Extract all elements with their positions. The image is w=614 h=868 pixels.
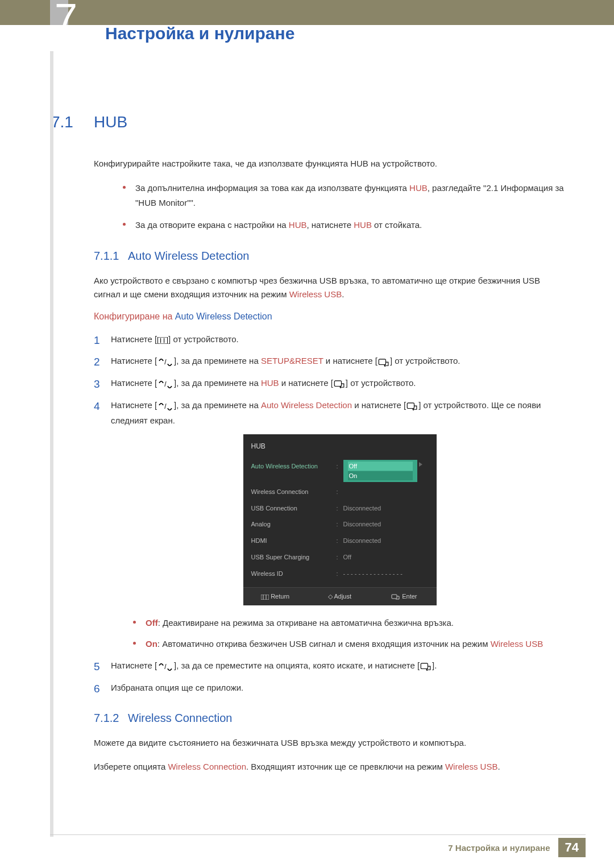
osd-panel: HUB Auto Wireless Detection : Off On Wir… (243, 434, 437, 605)
osd-value: Disconnected (343, 519, 429, 530)
footer-chapter-label: 7 Настройка и нулиране (448, 843, 550, 853)
chapter-number: 7 (55, 0, 77, 37)
text: Натиснете [ (111, 661, 157, 670)
osd-label: Analog (251, 519, 337, 530)
on-bold: On (146, 639, 157, 649)
section-bullets: За допълнителна информация за това как д… (119, 181, 569, 232)
step-3: Натиснете [], за да преминете на HUB и н… (94, 376, 569, 391)
bullet-item: За допълнителна информация за това как д… (119, 181, 569, 210)
text: . Входящият източник ще се превключи на … (246, 762, 445, 771)
osd-footer-label: Adjust (334, 593, 351, 600)
updown-icon (157, 398, 173, 413)
step-2: Натиснете [], за да преминете на SETUP&R… (94, 354, 569, 369)
osd-return: Return (243, 588, 308, 605)
osd-sep: : (337, 503, 343, 514)
osd-row: HDMI:Disconnected (251, 533, 429, 549)
text: ], за да преминете на (174, 356, 261, 366)
text: . (342, 289, 344, 299)
text: , натиснете (306, 220, 354, 230)
text: ] от устройството. (168, 334, 239, 344)
menu-icon (261, 595, 269, 600)
subsection-title: Auto Wireless Detection (128, 250, 249, 263)
osd-label: Auto Wireless Detection (251, 461, 337, 481)
enter-icon (391, 594, 400, 600)
osd-sep: : (337, 535, 343, 546)
osd-row: USB Connection:Disconnected (251, 500, 429, 517)
text: и натиснете [ (279, 378, 333, 388)
text: Натиснете [ (111, 356, 157, 366)
section-intro: Конфигурирайте настройките така, че да и… (94, 157, 569, 171)
svg-rect-9 (392, 595, 397, 599)
osd-dropdown: Off On (343, 460, 417, 483)
osd-value: - - - - - - - - - - - - - - - - (343, 568, 429, 579)
text: и натиснете [ (352, 400, 406, 410)
subsection-heading-712: 7.1.2 Wireless Connection (94, 712, 586, 725)
osd-label: USB Connection (251, 503, 337, 514)
hub-red: HUB (289, 220, 307, 230)
osd-sep: : (337, 552, 343, 563)
chapter-header-bar (0, 0, 614, 25)
osd-sep: : (337, 568, 343, 579)
osd-label: USB Super Charging (251, 552, 337, 563)
section-title: HUB (94, 113, 127, 131)
menu-icon (157, 333, 168, 347)
text: Натиснете [ (111, 334, 157, 344)
osd-row-auto-wireless: Auto Wireless Detection : Off On (251, 458, 429, 484)
section-number: 7.1 (51, 113, 94, 131)
text: За да отворите екрана с настройки на (135, 220, 289, 230)
svg-rect-6 (261, 595, 269, 600)
text: Натиснете [ (111, 400, 157, 410)
option-bullets: Off: Деактивиране на режима за откриване… (131, 616, 551, 651)
page-footer: 7 Настройка и нулиране 74 (50, 837, 586, 858)
hub-red: HUB (261, 378, 279, 388)
p2-712: Изберете опцията Wireless Connection. Вх… (94, 760, 569, 774)
bullet-off: Off: Деактивиране на режима за откриване… (131, 616, 551, 630)
text: ], за да се преместите на опцията, която… (174, 661, 420, 670)
wireless-usb-red: Wireless USB (491, 639, 544, 649)
text: Натиснете [ (111, 378, 157, 388)
hub-red: HUB (354, 220, 372, 230)
osd-row: Analog:Disconnected (251, 516, 429, 533)
osd-value (343, 487, 429, 497)
osd-label: Wireless Connection (251, 487, 337, 497)
osd-label: Wireless ID (251, 568, 337, 579)
text: ] от устройството. (390, 356, 460, 366)
subsection-title: Wireless Connection (128, 712, 232, 725)
page-content: 7.1 HUB Конфигурирайте настройките така,… (0, 25, 614, 774)
updown-icon (157, 659, 173, 674)
osd-rows: Auto Wireless Detection : Off On Wireles… (243, 457, 437, 588)
text-blue: Auto Wireless Detection (175, 312, 272, 321)
subsection-number: 7.1.2 (94, 712, 128, 725)
bullet-on: On: Автоматично открива безжичен USB сиг… (131, 637, 551, 651)
osd-value: Disconnected (343, 503, 429, 514)
footer-page-number: 74 (558, 838, 586, 857)
section-heading: 7.1 HUB (51, 113, 586, 131)
auto-wireless-red: Auto Wireless Detection (261, 400, 352, 410)
osd-sep: : (337, 461, 343, 481)
osd-row: USB Super Charging:Off (251, 549, 429, 566)
diamond-icon: ◇ (328, 593, 333, 600)
enter-icon (406, 398, 418, 413)
text: Изберете опцията (94, 762, 168, 771)
text: : Автоматично открива безжичен USB сигна… (157, 639, 491, 649)
osd-value: Disconnected (343, 535, 429, 546)
osd-value: Off (343, 552, 429, 563)
text: ], за да преминете на (174, 400, 261, 410)
steps-list: Натиснете [] от устройството. Натиснете … (94, 332, 569, 695)
text-red: Конфигуриране на (94, 312, 175, 321)
osd-option-on: On (348, 471, 413, 480)
osd-row: Wireless Connection: (251, 484, 429, 500)
setup-reset-red: SETUP&RESET (261, 356, 323, 366)
step-4: Натиснете [], за да преминете на Auto Wi… (94, 398, 569, 651)
text: . (497, 762, 500, 771)
text: ]. (432, 661, 437, 670)
enter-icon (378, 355, 389, 369)
osd-footer: Return ◇ Adjust Enter (243, 587, 437, 605)
osd-row: Wireless ID:- - - - - - - - - - - - - - … (251, 566, 429, 582)
left-rule (50, 51, 53, 837)
osd-sep: : (337, 487, 343, 497)
osd-label: HDMI (251, 535, 337, 546)
osd-footer-label: Return (271, 593, 289, 600)
enter-icon (334, 376, 345, 391)
subsection-number: 7.1.1 (94, 250, 128, 263)
